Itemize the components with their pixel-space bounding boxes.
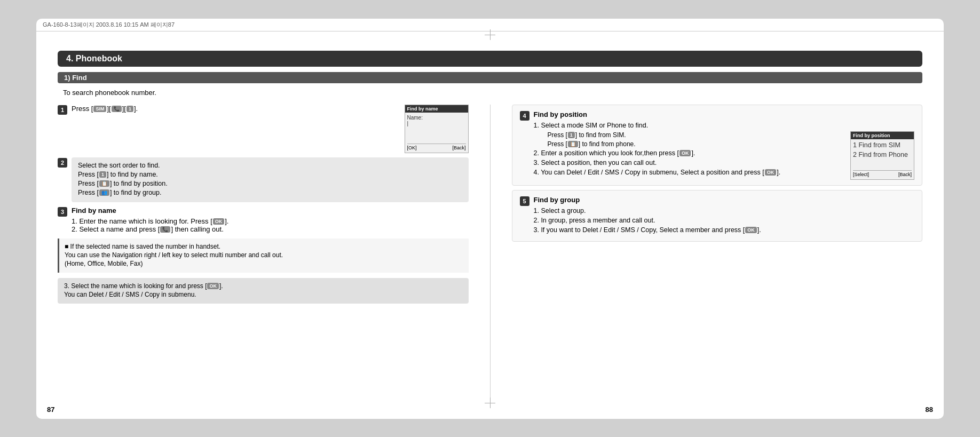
step-1-num: 1 xyxy=(58,105,67,115)
step-2-num: 2 xyxy=(58,158,67,168)
step-5-sub1: 1. Select a group. xyxy=(534,207,915,214)
step-1-text: Press [SIM][📞][1]. xyxy=(72,105,395,113)
step-2-line3: Press [👥] to find by group. xyxy=(78,189,462,196)
step-2-title: Select the sort order to find. xyxy=(78,162,462,169)
step-5-sub3: 3. If you want to Delet / Edit / SMS / C… xyxy=(534,226,915,234)
step-3b-block: 3. Select the name which is looking for … xyxy=(58,278,469,304)
icon-ok3: OK xyxy=(679,150,691,156)
step-2-line1: Press [1] to find by name. xyxy=(78,171,462,178)
step-4-sub1: 1. Select a mode SIM or Phone to find. xyxy=(534,122,915,129)
step-4-sub2: 2. Enter a position which you look for,t… xyxy=(534,149,841,157)
step-3-block: 3 Find by name 1. Enter the name which i… xyxy=(58,206,469,233)
step-4-with-screen: Press [1] to find from SIM. Press [📋] to… xyxy=(534,131,915,180)
screen-pos-footer: [Select] [Back] xyxy=(853,170,912,177)
section-title: 4. Phonebook xyxy=(58,51,922,67)
screen-pos-select: [Select] xyxy=(853,172,869,177)
step-4-num: 4 xyxy=(520,111,529,121)
step-3-num: 3 xyxy=(58,207,67,217)
icon-sim: SIM xyxy=(93,106,106,112)
subsection-title: 1) Find xyxy=(58,72,922,83)
screen-pos-body: 1 Find from SIM 2 Find from Phone xyxy=(853,141,912,168)
icon-ok2: OK xyxy=(207,283,219,289)
screen-pos-item2: 2 Find from Phone xyxy=(853,151,912,158)
step-3-content: Find by name 1. Enter the name which is … xyxy=(72,206,469,233)
step-4-sub1b: Press [📋] to find from phone. xyxy=(542,140,841,148)
step-4-sub4: 4. You can Delet / Edit / SMS / Copy in … xyxy=(534,169,841,176)
step-2-block: 2 Select the sort order to find. Press [… xyxy=(58,157,469,202)
icon-sim2: 1 xyxy=(568,132,575,138)
screen-cursor: | xyxy=(407,121,466,126)
step-5-title: Find by group xyxy=(534,196,915,204)
step-4-group: 4 Find by position 1. Select a mode SIM … xyxy=(512,105,923,186)
step-1-content: Press [SIM][📞][1]. xyxy=(72,105,395,113)
icon-ok1: OK xyxy=(213,218,225,225)
screen-pos-item1: 1 Find from SIM xyxy=(853,141,912,149)
step-3-sub2: 2. Select a name and press [📞] then call… xyxy=(72,225,469,233)
step-2-inner: Select the sort order to find. Press [1]… xyxy=(72,157,469,202)
step-1-block: 1 Press [SIM][📞][1]. Find by name Name: … xyxy=(58,105,469,153)
step-2-line2: Press [📋] to find by position. xyxy=(78,180,462,187)
screen-name-label: Name: xyxy=(407,115,466,121)
step-3-title: Find by name xyxy=(72,206,469,214)
icon-ok4: OK xyxy=(765,169,777,176)
intro-text: To search phonebook number. xyxy=(63,89,922,97)
step-5-sub2: 2. In group, press a member and call out… xyxy=(534,217,915,224)
step-3-sub1: 1. Enter the name which is looking for. … xyxy=(72,217,469,225)
icon-pos: 📋 xyxy=(99,180,109,187)
screen-pos-back: [Back] xyxy=(898,172,912,177)
icon-1: 1 xyxy=(127,106,133,112)
icon-1b: 1 xyxy=(99,171,106,178)
step-5-body: Find by group 1. Select a group. 2. In g… xyxy=(534,196,915,236)
page-num-right: 88 xyxy=(926,406,933,414)
step-5-num: 5 xyxy=(520,196,529,206)
note-line2: You can use the Navigation right / left … xyxy=(65,251,463,259)
step-4-header-row: 4 Find by position 1. Select a mode SIM … xyxy=(520,110,915,180)
icon-phone2: 📋 xyxy=(568,141,578,147)
crosshair-bottom xyxy=(485,398,495,408)
step-3b-line2: You can Delet / Edit / SMS / Copy in sub… xyxy=(64,291,462,298)
note-block: ■ If the selected name is saved the numb… xyxy=(58,239,469,273)
screen-back: [Back] xyxy=(452,145,465,150)
icon-grp: 👥 xyxy=(99,189,109,196)
step-5-header-row: 5 Find by group 1. Select a group. 2. In… xyxy=(520,196,915,236)
right-panel: 4 Find by position 1. Select a mode SIM … xyxy=(507,105,923,408)
step-4-title: Find by position xyxy=(534,110,915,118)
main-content: 1 Press [SIM][📞][1]. Find by name Name: … xyxy=(58,105,922,408)
icon-ok5: OK xyxy=(745,227,757,233)
screen-pos-title: Find by position xyxy=(851,132,914,139)
left-panel: 1 Press [SIM][📞][1]. Find by name Name: … xyxy=(58,105,474,408)
note-line1: ■ If the selected name is saved the numb… xyxy=(65,243,463,250)
screen-ok: [OK] xyxy=(407,145,417,150)
step-4-sub1a: Press [1] to find from SIM. xyxy=(542,131,841,139)
step-4-body: Find by position 1. Select a mode SIM or… xyxy=(534,110,915,180)
step-3b-line1: 3. Select the name which is looking for … xyxy=(64,282,462,290)
icon-phone: 📞 xyxy=(112,106,122,112)
step-4-sub3: 3. Select a position, then you can call … xyxy=(534,159,841,166)
step-4-text-block: Press [1] to find from SIM. Press [📋] to… xyxy=(534,131,841,178)
page-container: GA-160-8-13페이지 2003.8.16 10:15 AM 페이지87 … xyxy=(36,19,944,419)
header-left: GA-160-8-13페이지 2003.8.16 10:15 AM 페이지87 xyxy=(43,21,175,29)
screen-find-position: Find by position 1 Find from SIM 2 Find … xyxy=(850,131,914,180)
step-5-group: 5 Find by group 1. Select a group. 2. In… xyxy=(512,190,923,242)
column-divider xyxy=(490,105,491,408)
screen-find-name: Find by name Name: | [OK] [Back] xyxy=(405,105,469,153)
icon-call1: 📞 xyxy=(160,226,170,233)
screen-find-name-body: Name: | xyxy=(407,115,466,141)
screen-find-name-title: Find by name xyxy=(405,105,468,113)
note-line3: (Home, Office, Mobile, Fax) xyxy=(65,260,463,267)
page-num-left: 87 xyxy=(47,406,54,414)
crosshair-top xyxy=(485,29,495,40)
screen-find-name-footer: [OK] [Back] xyxy=(407,144,466,150)
